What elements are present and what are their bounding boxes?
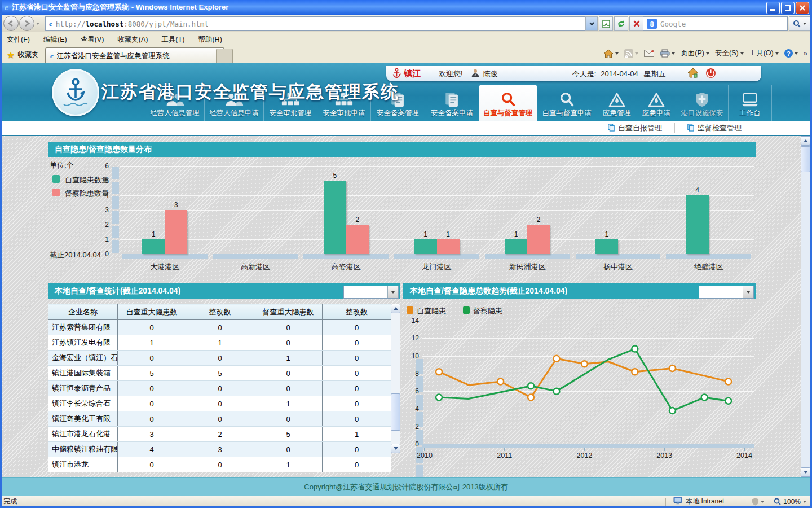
tab-active[interactable]: e 江苏省港口安全监管与应急管理系统 [45,47,224,64]
value-cell: 0 [118,320,186,335]
refresh-button[interactable] [614,16,628,31]
table-col-header-1: 自查重大隐患数 [118,304,186,320]
address-input[interactable]: e http://localhost:8080/yjpt/Main.html [45,16,585,31]
page-menu[interactable]: 页面(P) [681,49,709,58]
bar-category-label: 扬中港区 [573,262,664,272]
tab-title: 江苏省港口安全监管与应急管理系统 [57,51,170,61]
table-row[interactable]: 镇江恒泰沥青产品0000 [48,381,391,396]
search-placeholder: Google [660,20,686,28]
bar-baseline-segment [303,254,389,259]
table-row[interactable]: 镇江奇美化工有限0000 [48,411,391,427]
table-scroll-thumb[interactable] [391,393,400,431]
nav-item-9[interactable]: 应急申请 [637,85,676,121]
trend-point [725,378,731,384]
history-dropdown-icon[interactable] [36,23,39,25]
close-button[interactable] [796,2,809,14]
menu-item-5[interactable]: 帮助(H) [191,32,228,47]
print-button[interactable] [660,49,675,58]
table-row[interactable]: 镇江李长荣综合石0010 [48,396,391,411]
nav-item-5[interactable]: 安全备案申请 [425,85,479,121]
zoom-control[interactable]: 100% [774,498,806,506]
mail-button[interactable] [644,50,654,57]
new-tab-stub[interactable] [216,49,233,64]
table-scroll-up-icon[interactable] [391,304,400,313]
doc-copy-icon [608,124,615,133]
value-cell: 1 [323,427,391,442]
user-avatar [471,68,480,79]
maximize-button[interactable] [781,2,795,14]
bar-value-label: 5 [324,172,346,179]
compatibility-view-button[interactable] [599,16,613,31]
table-row[interactable]: 江苏索普集团有限0000 [48,320,391,335]
bar-value-label: 1 [505,230,527,238]
table-col-header-4: 整改数 [323,304,391,320]
home-shortcut-icon[interactable] [687,68,699,80]
trend-point [528,383,534,389]
copyright-text: Copyright@江苏省交通规划设计院股份有限公司 2013版权所有 [304,482,508,492]
page-ie-icon: e [49,19,52,28]
home-button[interactable] [603,49,619,58]
address-bar-row: e http://localhost:8080/yjpt/Main.html 8… [0,15,812,33]
trend-line-1 [439,349,729,411]
bar-y-tick-label: 1 [96,235,109,243]
feeds-button[interactable] [624,49,638,58]
value-cell: 0 [254,320,323,335]
google-logo-icon: 8 [647,19,657,29]
forward-button[interactable] [19,16,34,31]
page-scrollbar[interactable] [801,136,810,477]
table-scroll-down-icon[interactable] [391,444,400,453]
bar-supervise [346,225,369,254]
safety-menu[interactable]: 安全(S) [715,49,744,58]
favorites-button[interactable]: ★ 收藏夹 [2,49,43,62]
trend-point [436,369,442,375]
overflow-chevron-icon[interactable]: » [804,49,807,58]
bar-self-check [324,181,346,254]
search-input[interactable]: 8 Google [643,16,788,31]
value-cell: 0 [186,381,254,396]
menu-item-3[interactable]: 收藏夹(A) [111,32,155,47]
nav-item-8[interactable]: 应急管理 [597,85,637,121]
page-scroll-down-icon[interactable] [801,467,810,477]
user-name[interactable]: 陈俊 [483,69,498,79]
menu-item-2[interactable]: 查看(V) [74,32,111,47]
nav-item-10[interactable]: 港口设施保安 [676,85,729,121]
back-button[interactable] [3,16,19,31]
table-row[interactable]: 镇江港国际集装箱5500 [48,366,391,381]
search-button[interactable] [789,16,810,31]
menu-item-0[interactable]: 文件(F) [0,32,37,47]
company-name-cell: 江苏镇江发电有限 [48,335,118,351]
subnav-item-1[interactable]: 监督检查管理 [674,123,754,133]
table-row[interactable]: 江苏镇江发电有限1100 [48,335,391,351]
title-bar[interactable]: e 江苏省港口安全监管与应急管理系统 - Windows Internet Ex… [0,0,812,15]
table-scrollbar[interactable] [391,304,400,453]
table-row[interactable]: 镇江市港龙0010 [48,457,391,472]
nav-item-7[interactable]: 自查与督查申请 [537,85,597,121]
page-scroll-up-icon[interactable] [801,136,810,146]
bar-category-label: 绝壁港区 [663,262,754,272]
subnav-item-0[interactable]: 自查自报管理 [595,123,674,133]
menu-item-4[interactable]: 工具(T) [155,32,191,47]
nav-item-6[interactable]: 自查与督查管理 [479,85,537,121]
help-icon: ? [784,49,793,58]
tools-menu[interactable]: 工具(O) [749,49,779,58]
value-cell: 0 [323,381,391,396]
nav-item-11[interactable]: 工作台 [729,85,772,121]
stats-table-filter-dropdown[interactable] [343,286,399,299]
bar-y-tick-label: 2 [96,221,109,229]
table-row[interactable]: 金海宏业（镇江）石0010 [48,351,391,366]
bar-y-axis-block [112,196,119,209]
shield-icon [695,87,709,107]
logout-power-icon[interactable] [705,68,716,80]
nav-item-label: 应急管理 [603,108,631,118]
table-row[interactable]: 中储粮镇江粮油有限4300 [48,442,391,457]
protected-mode-icon[interactable] [752,498,764,506]
address-dropdown-button[interactable] [585,16,598,31]
value-cell: 0 [118,457,186,472]
minimize-button[interactable] [766,2,780,14]
help-menu[interactable]: ? [784,49,798,58]
menu-item-1[interactable]: 编辑(E) [37,32,74,47]
page-scroll-thumb[interactable] [801,146,810,172]
stop-button[interactable] [629,16,643,31]
subnav-item-label: 自查自报管理 [618,123,662,133]
table-row[interactable]: 镇江市港龙石化港3251 [48,427,391,442]
